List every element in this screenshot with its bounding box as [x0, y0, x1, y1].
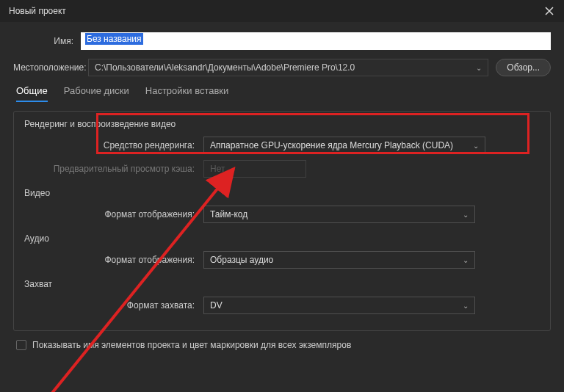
renderer-value: Аппаратное GPU-ускорение ядра Mercury Pl…	[210, 140, 453, 150]
location-value: C:\Пользователи\Aleksandr\Документы\Adob…	[95, 62, 355, 73]
chevron-down-icon: ⌄	[476, 64, 482, 72]
rendering-group: Рендеринг и воспроизведение видео Средст…	[24, 119, 540, 178]
location-select[interactable]: C:\Пользователи\Aleksandr\Документы\Adob…	[88, 59, 488, 76]
capture-format-label: Формат захвата:	[24, 300, 203, 311]
chevron-down-icon: ⌄	[463, 211, 469, 219]
location-label: Местоположение:	[13, 62, 88, 73]
capture-group-title: Захват	[24, 279, 540, 289]
name-value: Без названия	[85, 33, 143, 45]
cache-value: Нет	[210, 164, 225, 174]
capture-format-select[interactable]: DV ⌄	[203, 297, 475, 314]
browse-button[interactable]: Обзор...	[496, 59, 551, 76]
footer-row: Показывать имя элементов проекта и цвет …	[0, 331, 564, 350]
general-panel: Рендеринг и воспроизведение видео Средст…	[13, 111, 551, 331]
show-names-label: Показывать имя элементов проекта и цвет …	[32, 340, 351, 350]
audio-group-title: Аудио	[24, 233, 540, 244]
audio-group: Аудио Формат отображения: Образцы аудио …	[24, 233, 540, 269]
name-input[interactable]: Без названия	[81, 32, 551, 50]
cache-select: Нет	[203, 160, 306, 178]
close-button[interactable]	[540, 2, 558, 20]
audio-format-label: Формат отображения:	[24, 255, 203, 265]
chevron-down-icon: ⌄	[463, 302, 469, 310]
video-format-label: Формат отображения:	[24, 209, 203, 219]
capture-group: Захват Формат захвата: DV ⌄	[24, 279, 540, 314]
capture-format-value: DV	[210, 300, 223, 311]
titlebar: Новый проект	[0, 0, 564, 22]
tab-ingest[interactable]: Настройки вставки	[145, 85, 229, 102]
video-group-title: Видео	[24, 188, 540, 198]
chevron-down-icon: ⌄	[463, 256, 469, 264]
video-format-select[interactable]: Тайм-код ⌄	[203, 206, 475, 223]
name-label: Имя:	[13, 36, 81, 46]
renderer-select[interactable]: Аппаратное GPU-ускорение ядра Mercury Pl…	[203, 137, 485, 154]
window-title: Новый проект	[9, 6, 66, 16]
video-format-value: Тайм-код	[210, 209, 247, 219]
renderer-label: Средство рендеринга:	[24, 140, 203, 150]
rendering-group-title: Рендеринг и воспроизведение видео	[24, 119, 540, 129]
cache-label: Предварительный просмотр кэша:	[24, 164, 203, 174]
audio-format-select[interactable]: Образцы аудио ⌄	[203, 251, 475, 269]
chevron-down-icon: ⌄	[473, 142, 479, 150]
tab-bar: Общие Рабочие диски Настройки вставки	[13, 85, 551, 102]
video-group: Видео Формат отображения: Тайм-код ⌄	[24, 188, 540, 223]
audio-format-value: Образцы аудио	[210, 255, 273, 265]
show-names-checkbox[interactable]	[16, 340, 26, 350]
tab-scratch-disks[interactable]: Рабочие диски	[64, 85, 129, 102]
tab-general[interactable]: Общие	[16, 85, 48, 102]
